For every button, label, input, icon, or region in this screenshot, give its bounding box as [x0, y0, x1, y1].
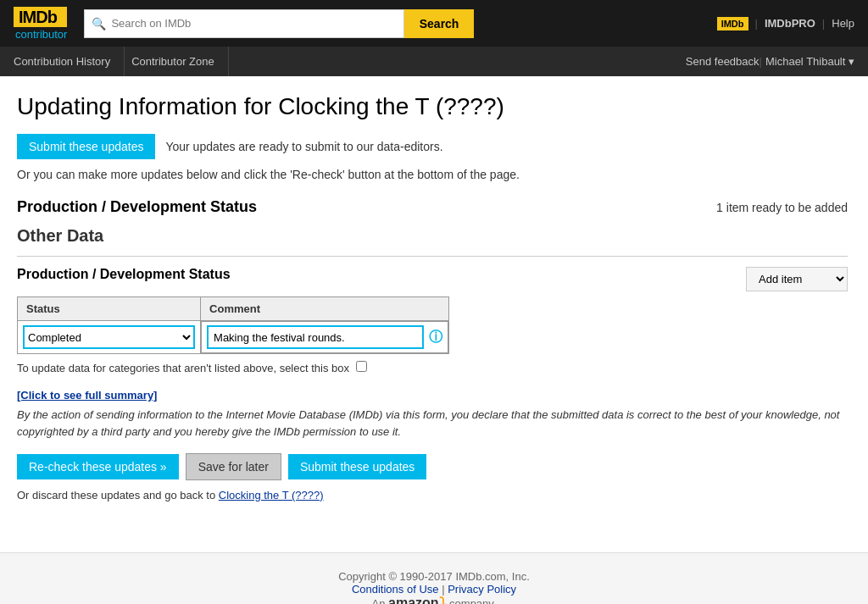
click-summary-link[interactable]: [Click to see full summary] — [17, 389, 157, 402]
table-header-row: Status Comment — [18, 297, 449, 321]
footer-conditions-link[interactable]: Conditions of Use — [352, 583, 439, 596]
imdb-badge-icon: IMDb — [717, 17, 748, 30]
footer: Copyright © 1990-2017 IMDb.com, Inc. Con… — [0, 552, 868, 604]
nav-contribution-history[interactable]: Contribution History — [14, 47, 125, 76]
search-input-wrapper: 🔍 — [84, 9, 403, 38]
submit-top-button[interactable]: Submit these updates — [17, 134, 155, 159]
movie-link[interactable]: Clocking the T (????) — [219, 489, 324, 501]
header-top: IMDb contributor 🔍 Search IMDb | IMDbPRO… — [0, 0, 868, 47]
imdbpro-link[interactable]: IMDbPRO — [765, 17, 815, 30]
user-menu[interactable]: Michael Thibault ▾ — [765, 55, 854, 68]
dropdown-arrow-icon: ▾ — [849, 55, 854, 68]
col-status-header: Status — [18, 297, 201, 321]
update-other-text: To update data for categories that aren'… — [17, 362, 349, 374]
search-button[interactable]: Search — [404, 9, 475, 38]
amazon-logo: amazon⤵ — [388, 596, 449, 604]
footer-amazon: An amazon⤵ company. — [17, 596, 851, 604]
footer-links: Conditions of Use | Privacy Policy — [17, 583, 851, 596]
search-form: 🔍 Search — [84, 9, 474, 38]
search-icon: 🔍 — [92, 17, 106, 30]
header-right: IMDb | IMDbPRO | Help — [717, 17, 854, 30]
page-title: Updating Information for Clocking the T … — [17, 93, 848, 120]
recheck-message: Or you can make more updates below and c… — [17, 168, 848, 181]
discard-label: Or discard these updates and go back to — [17, 489, 215, 501]
discard-text: Or discard these updates and go back to … — [17, 489, 848, 501]
separator2: | — [822, 17, 825, 30]
search-input[interactable] — [111, 17, 396, 30]
legal-section: [Click to see full summary] By the actio… — [17, 388, 848, 440]
nav-bar: Contribution History Contributor Zone Se… — [0, 47, 868, 76]
other-data-heading: Other Data — [17, 226, 848, 249]
add-item-select[interactable]: Add item — [746, 267, 848, 291]
help-link[interactable]: Help — [832, 17, 854, 30]
nav-contributor-zone[interactable]: Contributor Zone — [131, 47, 229, 76]
amazon-name: amazon — [388, 596, 439, 604]
prod-dev-meta: 1 item ready to be added — [716, 201, 848, 214]
update-other-checkbox[interactable] — [356, 361, 367, 372]
prod-dev-section-heading: Production / Development Status 1 item r… — [17, 198, 848, 219]
prod-dev-title: Production / Development Status — [17, 198, 257, 216]
update-other-label: To update data for categories that aren'… — [17, 361, 848, 374]
table-section-header: Production / Development Status Add item — [17, 267, 848, 291]
bottom-buttons: Re-check these updates » Save for later … — [17, 453, 848, 480]
comment-input[interactable] — [207, 325, 424, 349]
separator: | — [755, 17, 758, 30]
recheck-button[interactable]: Re-check these updates » — [17, 454, 179, 479]
footer-company-text: company. — [449, 597, 496, 604]
footer-copyright: Copyright © 1990-2017 IMDb.com, Inc. — [17, 570, 851, 583]
table-section-title: Production / Development Status — [17, 267, 231, 282]
imdb-logo: IMDb — [14, 7, 67, 27]
legal-text: By the action of sending information to … — [17, 407, 848, 440]
submit-section-top: Submit these updates Your updates are re… — [17, 134, 848, 159]
help-icon[interactable]: ⓘ — [429, 329, 442, 346]
status-table: Status Comment Completed ⓘ — [17, 296, 449, 354]
nav-separator: | — [760, 55, 762, 68]
comment-cell: ⓘ — [201, 321, 448, 353]
footer-amazon-text: An — [372, 597, 386, 604]
nav-right: Send feedback | Michael Thibault ▾ — [686, 55, 854, 68]
status-cell: Completed — [18, 321, 201, 354]
submit-message: Your updates are ready to submit to our … — [165, 140, 442, 153]
amazon-smile-icon: ⤵ — [439, 596, 446, 604]
footer-privacy-link[interactable]: Privacy Policy — [448, 583, 516, 596]
table-row: Completed ⓘ — [18, 321, 449, 354]
send-feedback-link[interactable]: Send feedback — [686, 55, 760, 68]
col-comment-header: Comment — [201, 297, 449, 321]
main-content: Updating Information for Clocking the T … — [0, 76, 865, 518]
divider — [17, 256, 848, 257]
logo-area[interactable]: IMDb contributor — [14, 7, 67, 40]
status-select[interactable]: Completed — [23, 325, 195, 349]
user-name: Michael Thibault — [765, 55, 845, 68]
submit-bottom-button[interactable]: Submit these updates — [288, 454, 426, 479]
contributor-label: contributor — [14, 29, 67, 40]
header: IMDb contributor 🔍 Search IMDb | IMDbPRO… — [0, 0, 868, 76]
save-for-later-button[interactable]: Save for later — [186, 453, 281, 480]
